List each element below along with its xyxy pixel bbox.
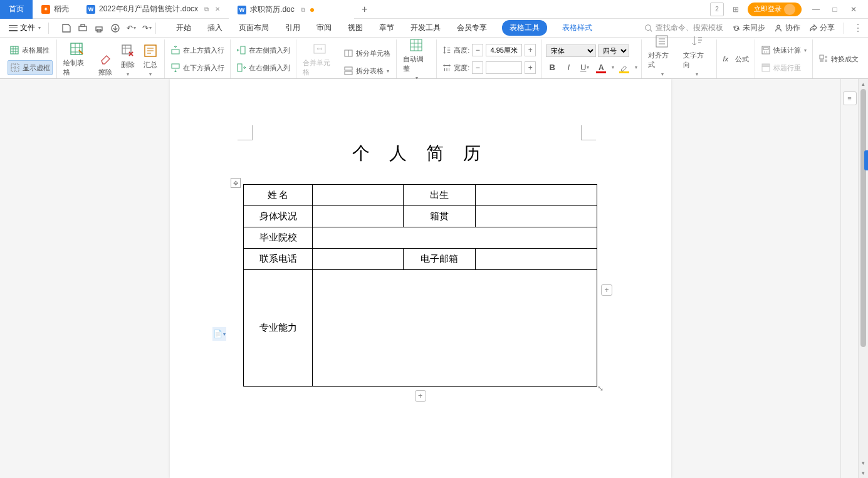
increase-height-button[interactable]: + [525, 44, 536, 56]
paragraph-icon[interactable]: 📄▾ [212, 327, 226, 341]
vertical-scrollbar[interactable]: ▴ ▾ ▾ [858, 79, 868, 478]
cell-email-label[interactable]: 电子邮箱 [404, 249, 476, 270]
highlight-button[interactable] [618, 61, 630, 74]
font-size-select[interactable]: 四号 [598, 44, 629, 57]
tab-table-style[interactable]: 表格样式 [561, 20, 593, 36]
increase-width-button[interactable]: + [525, 61, 536, 74]
col-width-control[interactable]: 宽度: − + [441, 60, 538, 75]
login-button[interactable]: 立即登录 [748, 3, 802, 16]
text-dir-button[interactable]: 文字方向▾ [681, 33, 713, 78]
tab-home[interactable]: 首页 [0, 0, 33, 19]
page-title[interactable]: 个 人 简 历 [170, 79, 671, 165]
decrease-width-button[interactable]: − [472, 61, 483, 74]
tab-insert[interactable]: 插入 [206, 20, 224, 36]
unsync-button[interactable]: 未同步 [732, 23, 765, 33]
scroll-thumb[interactable] [860, 89, 866, 347]
tab-docker[interactable]: ✦ 稻壳 [33, 0, 78, 19]
cell-birth-label[interactable]: 出生 [404, 185, 476, 206]
underline-button[interactable]: U▾ [578, 61, 591, 74]
insert-left-button[interactable]: 在左侧插入列 [234, 43, 292, 58]
undo-icon[interactable]: ↶▾ [127, 23, 136, 33]
cell-skill-label[interactable]: 专业能力 [244, 270, 313, 387]
draw-table-button[interactable]: 绘制表格 [61, 40, 93, 78]
side-tab-handle[interactable] [864, 150, 868, 170]
tab-section[interactable]: 章节 [378, 20, 395, 36]
cell-birth-value[interactable] [476, 185, 597, 206]
minimize-button[interactable]: — [807, 3, 825, 16]
close-icon[interactable]: ✕ [215, 6, 220, 13]
cell-skill-value[interactable] [313, 270, 597, 387]
cell-name-label[interactable]: 姓 名 [244, 185, 313, 206]
font-color-button[interactable]: A [595, 61, 607, 74]
tab-doc2[interactable]: W 求职简历.doc ⧉ [229, 0, 354, 19]
row-height-control[interactable]: 高度: − + [441, 43, 538, 58]
table-resize-handle[interactable]: ⤡ [597, 384, 604, 393]
cell-school-label[interactable]: 毕业院校 [244, 227, 313, 249]
italic-button[interactable]: I [562, 61, 575, 74]
cell-health-label[interactable]: 身体状况 [244, 206, 313, 227]
bold-button[interactable]: B [546, 61, 558, 74]
show-frame-button[interactable]: 显示虚框 [8, 60, 53, 75]
collab-button[interactable]: 协作 [774, 23, 800, 33]
tab-reference[interactable]: 引用 [284, 20, 301, 36]
summary-button[interactable]: 汇总▾ [140, 42, 160, 78]
tab-start[interactable]: 开始 [175, 20, 192, 36]
cell-name-value[interactable] [313, 185, 404, 206]
file-menu[interactable]: 文件 ▾ [5, 21, 44, 34]
add-row-button[interactable]: + [415, 390, 426, 402]
cell-phone-label[interactable]: 联系电话 [244, 249, 313, 270]
cell-email-value[interactable] [476, 249, 597, 270]
cell-school-value[interactable] [313, 227, 597, 249]
tab-review[interactable]: 审阅 [315, 20, 333, 36]
panel-toggle-icon[interactable]: ≡ [843, 91, 857, 105]
more-menu-icon[interactable]: ⋮ [853, 22, 863, 34]
cell-native-value[interactable] [476, 206, 597, 227]
delete-button[interactable]: 删除▾ [118, 42, 138, 78]
font-name-select[interactable]: 宋体 [546, 44, 596, 57]
resume-table[interactable]: 姓 名 出生 身体状况 籍贯 毕业院校 [243, 184, 597, 387]
add-column-button[interactable]: + [601, 284, 612, 296]
insert-right-button[interactable]: 在右侧插入列 [234, 60, 292, 75]
print-preview-icon[interactable] [78, 23, 88, 33]
share-button[interactable]: 分享 [809, 23, 835, 33]
tab-member[interactable]: 会员专享 [456, 20, 488, 36]
add-tab-button[interactable]: + [354, 4, 375, 15]
convert-button[interactable]: 转换成文 [817, 51, 860, 66]
decrease-height-button[interactable]: − [472, 44, 483, 56]
tab-layout[interactable]: 页面布局 [238, 20, 270, 36]
erase-button[interactable]: 擦除 [95, 49, 115, 78]
width-input[interactable] [486, 61, 522, 74]
autofit-button[interactable]: 自动调整▾ [400, 36, 433, 82]
table-props-button[interactable]: 表格属性 [8, 43, 53, 58]
table-move-handle[interactable]: ✥ [231, 178, 241, 188]
tab-dev[interactable]: 开发工具 [409, 20, 442, 36]
quick-calc-button[interactable]: 快速计算▾ [759, 43, 808, 58]
align-button[interactable]: 对齐方式▾ [646, 33, 678, 78]
insert-above-button[interactable]: 在上方插入行 [169, 43, 226, 58]
cell-phone-value[interactable] [313, 249, 404, 270]
skin-icon[interactable]: 2 [710, 3, 724, 16]
scroll-up-icon[interactable]: ▴ [859, 79, 868, 89]
window-detach-icon[interactable]: ⧉ [204, 6, 209, 13]
insert-below-button[interactable]: 在下方插入行 [169, 60, 226, 75]
apps-icon[interactable]: ⊞ [729, 3, 743, 16]
close-window-button[interactable]: ✕ [844, 3, 863, 16]
split-cell-button[interactable]: 拆分单元格 [342, 46, 392, 61]
formula-button[interactable]: fx 公式 [721, 51, 751, 66]
tab-doc1[interactable]: W 2022年6月产品销售统计.docx ⧉ ✕ [78, 0, 229, 19]
split-table-button[interactable]: 拆分表格▾ [342, 63, 392, 78]
redo-icon[interactable]: ↷▾ [142, 23, 152, 33]
cell-health-value[interactable] [313, 206, 404, 227]
search-box[interactable]: 查找命令、搜索模板 [644, 23, 723, 33]
scroll-down-icon[interactable]: ▾ [859, 458, 868, 468]
save-icon[interactable] [61, 23, 71, 33]
tab-table-tools[interactable]: 表格工具 [502, 20, 547, 36]
window-detach-icon[interactable]: ⧉ [301, 6, 305, 14]
maximize-button[interactable]: □ [825, 3, 844, 16]
document-canvas[interactable]: 个 人 简 历 📄▾ ✥ 姓 名 出生 身体状况 籍贯 [0, 79, 840, 478]
tab-view[interactable]: 视图 [347, 20, 364, 36]
scroll-down-page-icon[interactable]: ▾ [859, 468, 868, 478]
print-icon[interactable] [94, 23, 104, 33]
height-input[interactable] [486, 44, 522, 56]
cell-native-label[interactable]: 籍贯 [404, 206, 476, 227]
